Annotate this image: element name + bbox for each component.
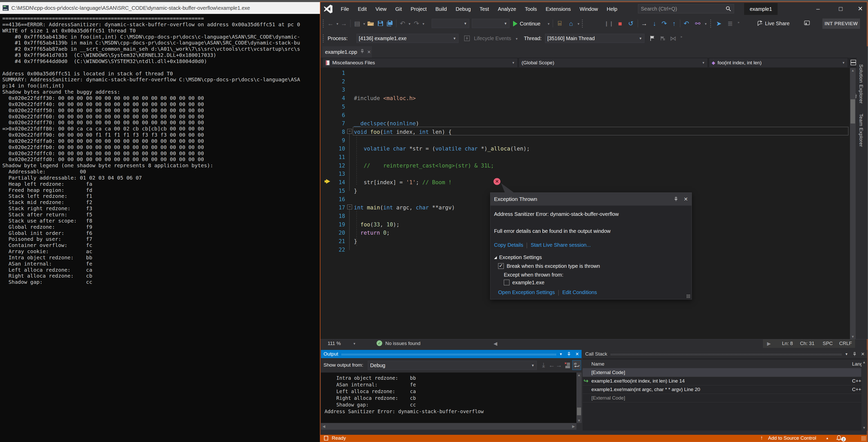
call-stack-row[interactable]: example1.exe!main(int argc, char * * arg… (583, 385, 861, 394)
scroll-up-icon[interactable]: ▲ (577, 373, 582, 377)
module-checkbox-row[interactable]: example1.exe (504, 280, 545, 285)
menu-project[interactable]: Project (406, 4, 431, 14)
zoom-dropdown-icon[interactable]: ▼ (353, 342, 356, 345)
output-vscrollbar[interactable]: ▲ ▼ (577, 373, 582, 423)
code-line-4[interactable]: #include <malloc.h> (354, 94, 416, 103)
split-editor-icon[interactable] (850, 59, 857, 67)
search-input[interactable]: Search (Ctrl+Q) (638, 4, 734, 13)
close-tab-icon[interactable]: ✕ (367, 49, 371, 55)
editor-scroll-thumb[interactable] (850, 99, 855, 124)
prev-message-icon[interactable]: ← (548, 361, 555, 369)
popup-resize-grip[interactable] (686, 294, 690, 299)
menu-file[interactable]: File (336, 4, 353, 14)
scroll-down-icon[interactable]: ▼ (862, 426, 867, 430)
code-line-15[interactable]: } (354, 187, 357, 195)
name-column-header[interactable]: Name (591, 361, 604, 367)
lifecycle-dropdown[interactable]: ▼ (515, 37, 518, 41)
new-file-dropdown[interactable]: ▼ (363, 22, 366, 26)
undo-icon[interactable]: ↶ (398, 20, 407, 27)
issues-status[interactable]: No issues found (385, 341, 420, 346)
menu-help[interactable]: Help (602, 4, 621, 14)
member-dropdown[interactable]: ◆ foo(int index, int len) ▼ (709, 58, 848, 68)
code-line-17[interactable]: int main(int argc, char **argv) (354, 204, 458, 212)
call-stack-row[interactable]: ↪example1.exe!foo(int index, int len) Li… (583, 377, 861, 385)
scroll-left-icon[interactable]: ◀ (322, 424, 325, 428)
output-hscrollbar[interactable]: ◀ ▶ (321, 423, 577, 430)
live-share-icon[interactable] (756, 20, 765, 27)
toolbar-grip[interactable] (322, 19, 324, 28)
menu-view[interactable]: View (371, 4, 391, 14)
exception-popup-header[interactable]: Exception Thrown ✕ (490, 193, 691, 206)
upload-arrow-icon[interactable]: ↑ (760, 435, 763, 441)
call-stack-titlebar[interactable]: Call Stack ▼ ✕ (583, 350, 867, 358)
new-file-icon[interactable]: ▤ (353, 20, 362, 27)
home-document-icon[interactable]: ⌂ (567, 20, 576, 27)
panel-drag-grip[interactable] (611, 353, 842, 355)
panel-drag-grip[interactable] (341, 353, 556, 355)
toolbar-grip[interactable] (710, 19, 711, 28)
scroll-down-icon[interactable]: ▼ (577, 418, 582, 422)
menu-git[interactable]: Git (391, 4, 406, 14)
console-titlebar[interactable]: C:\MSDN\cpp-docs-pr\docs\c-language\ASAN… (0, 2, 320, 14)
break-checkbox-row[interactable]: Break when this exception type is thrown (498, 263, 600, 269)
code-line-14[interactable]: str[index] = '1'; // Boom ! (354, 178, 452, 187)
code-map-icon[interactable]: ⚯ (693, 20, 702, 27)
call-stack-scrollbar[interactable]: ▲ ▼ (862, 360, 867, 431)
step-over-icon[interactable]: ↷ (660, 20, 669, 27)
platform-dropdown[interactable]: ▼ (472, 19, 509, 28)
restart-icon[interactable]: ↺ (626, 20, 635, 27)
minimize-button[interactable]: – (811, 4, 825, 14)
step-out-icon[interactable]: ↑ (670, 20, 678, 27)
redo-icon[interactable]: ↷ (412, 20, 421, 27)
feedback-icon[interactable] (803, 20, 811, 27)
show-flagged-only-icon[interactable] (658, 34, 667, 42)
project-dropdown[interactable]: + Miscellaneous Files ▼ (322, 58, 518, 68)
code-line-10[interactable]: volatile char *str = (volatile char *)_a… (354, 145, 530, 153)
output-titlebar[interactable]: Output ▼ ✕ (321, 350, 582, 358)
vs-titlebar[interactable]: FileEditViewGitProjectBuildDebugTestAnal… (320, 2, 867, 16)
redo-dropdown[interactable]: ▼ (422, 22, 425, 26)
call-stack-header[interactable]: Name Lang (583, 360, 861, 368)
parallel-stacks-icon[interactable]: ⋈ (669, 34, 677, 42)
int-preview-button[interactable]: INT PREVIEW (823, 19, 860, 29)
call-stack-row[interactable]: [External Code] (583, 368, 861, 377)
edit-conditions-link[interactable]: Edit Conditions (562, 290, 597, 295)
scroll-thumb[interactable] (577, 408, 581, 415)
debug-more-dropdown[interactable]: ▼ (704, 22, 707, 26)
tab-team-explorer[interactable]: Team Explorer (858, 114, 864, 147)
open-folder-icon[interactable] (366, 20, 375, 27)
window-position-dropdown-icon[interactable]: ▼ (559, 352, 562, 356)
pin-icon[interactable] (567, 352, 571, 356)
thread-dropdown[interactable]: [35160] Main Thread▼ (545, 34, 645, 43)
live-share-label[interactable]: Live Share (765, 20, 790, 27)
call-stack-row[interactable]: [External Code] (583, 394, 861, 402)
toolbar-overflow[interactable]: » (738, 21, 740, 24)
copy-details-link[interactable]: Copy Details (494, 242, 523, 248)
process-dropdown[interactable]: [4136] example1.exe▼ (356, 34, 459, 43)
more-options-dropdown[interactable]: ▼ (577, 22, 580, 26)
tab-solution-explorer[interactable]: Solution Explorer (858, 64, 864, 104)
code-line-19[interactable]: foo(33, 10); (354, 220, 400, 229)
lang-column-header[interactable]: Lang (852, 361, 863, 367)
editor-scrollbar[interactable]: ▲ ▼ (850, 68, 856, 339)
toolbar-grip[interactable] (322, 34, 324, 43)
expand-icon[interactable]: ▶ (767, 341, 771, 346)
close-button[interactable]: ✕ (854, 4, 867, 14)
continue-button[interactable]: Continue (513, 20, 540, 28)
close-icon[interactable]: ✕ (861, 351, 865, 357)
navigate-forward-icon[interactable]: → (339, 20, 348, 27)
navigate-back-icon[interactable]: ← (326, 20, 335, 27)
margin-collapse-icon[interactable]: ◀ (494, 341, 497, 346)
notification-badge[interactable]: 2 (841, 437, 846, 441)
eol-indicator[interactable]: CRLF (839, 341, 852, 346)
lifecycle-events-label[interactable]: Lifecycle Events (474, 35, 511, 41)
output-content[interactable]: Intra object redzone: bb ASan internal: … (321, 373, 577, 423)
save-icon[interactable] (376, 20, 385, 27)
spaces-indicator[interactable]: SPC (823, 341, 833, 346)
clear-all-icon[interactable] (563, 361, 571, 369)
menu-window[interactable]: Window (575, 4, 602, 14)
add-to-source-control-button[interactable]: Add to Source Control (768, 435, 816, 441)
scroll-right-icon[interactable]: ▶ (572, 424, 575, 428)
configuration-dropdown[interactable]: ▼ (432, 19, 469, 28)
lifecycle-events-icon[interactable] (463, 34, 471, 42)
